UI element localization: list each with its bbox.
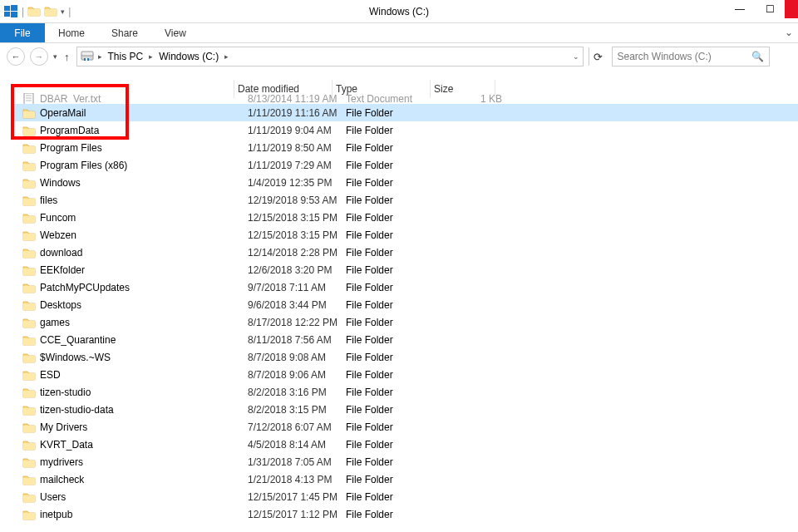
view-tab[interactable]: View — [151, 23, 200, 42]
address-dropdown-icon[interactable]: ⌄ — [573, 52, 579, 61]
home-tab[interactable]: Home — [45, 23, 98, 42]
file-name: files — [40, 195, 248, 206]
search-input[interactable]: Search Windows (C:) 🔍 — [612, 47, 770, 66]
file-date: 8/7/2018 9:08 AM — [248, 352, 346, 363]
new-folder-icon[interactable] — [44, 4, 59, 19]
file-name: OperaMail — [40, 107, 248, 119]
chevron-right-icon[interactable]: ▸ — [96, 52, 105, 61]
address-bar[interactable]: ▸ This PC ▸ Windows (C:) ▸ ⌄ — [76, 47, 584, 66]
file-name: Desktops — [40, 299, 248, 311]
minimize-button[interactable]: — — [725, 0, 755, 18]
file-row[interactable]: Program Files1/11/2019 8:50 AMFile Folde… — [13, 139, 798, 156]
file-name: games — [40, 317, 248, 328]
file-row[interactable]: My Drivers7/12/2018 6:07 AMFile Folder — [13, 418, 798, 436]
file-row[interactable]: inetpub12/15/2017 1:12 PMFile Folder — [13, 505, 798, 523]
file-type: File Folder — [346, 107, 444, 119]
navigation-bar: ← → ▾ ↑ ▸ This PC ▸ Windows (C:) ▸ ⌄ ⟳ S… — [0, 43, 798, 70]
file-name: inetpub — [40, 509, 248, 520]
file-date: 12/19/2018 9:53 AM — [248, 195, 346, 206]
qat-dropdown-icon[interactable]: ▾ — [61, 7, 65, 16]
file-row[interactable]: PatchMyPCUpdates9/7/2018 7:11 AMFile Fol… — [13, 278, 798, 296]
folder-icon — [22, 228, 37, 243]
file-row[interactable]: EEKfolder12/6/2018 3:20 PMFile Folder — [13, 261, 798, 278]
folder-icon — [22, 123, 37, 138]
file-date: 12/15/2017 1:12 PM — [248, 509, 346, 520]
file-name: ProgramData — [40, 125, 248, 136]
text-file-icon — [22, 93, 37, 104]
file-type: File Folder — [346, 456, 444, 468]
file-type: File Folder — [346, 160, 444, 171]
folder-icon — [22, 298, 37, 313]
folder-icon — [22, 507, 37, 522]
file-date: 8/13/2014 11:19 AM — [248, 93, 346, 104]
file-row[interactable]: $Windows.~WS8/7/2018 9:08 AMFile Folder — [13, 348, 798, 366]
navigation-pane[interactable] — [0, 70, 13, 532]
folder-icon — [22, 193, 37, 208]
file-list-pane[interactable]: Date modified Type Size DBAR_Ver.txt 8/1… — [13, 70, 798, 532]
file-name: tizen-studio-data — [40, 404, 248, 416]
up-button[interactable]: ↑ — [62, 51, 71, 63]
file-row[interactable]: OperaMail1/11/2019 11:16 AMFile Folder — [13, 104, 798, 121]
file-row[interactable]: Users12/15/2017 1:45 PMFile Folder — [13, 488, 798, 505]
file-name: EEKfolder — [40, 264, 248, 276]
file-name: My Drivers — [40, 421, 248, 433]
close-button[interactable] — [785, 0, 798, 18]
file-row-partial[interactable]: DBAR_Ver.txt 8/13/2014 11:19 AM Text Doc… — [13, 93, 798, 104]
file-name: DBAR_Ver.txt — [40, 93, 248, 104]
file-date: 4/5/2018 8:14 AM — [248, 439, 346, 451]
folder-icon — [22, 245, 37, 260]
file-row[interactable]: ProgramData1/11/2019 9:04 AMFile Folder — [13, 121, 798, 139]
search-icon: 🔍 — [751, 51, 764, 62]
breadcrumb-drive[interactable]: Windows (C:) — [157, 51, 220, 62]
file-row[interactable]: mydrivers1/31/2018 7:05 AMFile Folder — [13, 453, 798, 470]
file-date: 9/7/2018 7:11 AM — [248, 282, 346, 293]
share-tab[interactable]: Share — [98, 23, 151, 42]
window-controls: — ☐ — [725, 0, 798, 18]
file-row[interactable]: download12/14/2018 2:28 PMFile Folder — [13, 244, 798, 261]
properties-icon[interactable] — [27, 4, 42, 19]
file-row[interactable]: mailcheck1/21/2018 4:13 PMFile Folder — [13, 470, 798, 488]
folder-icon — [22, 437, 37, 452]
folder-icon — [22, 106, 37, 121]
file-type: File Folder — [346, 474, 444, 485]
folder-icon — [22, 367, 37, 382]
folder-icon — [22, 420, 37, 435]
chevron-right-icon[interactable]: ▸ — [146, 52, 155, 61]
file-tab[interactable]: File — [0, 23, 45, 42]
file-row[interactable]: Program Files (x86)1/11/2019 7:29 AMFile… — [13, 156, 798, 174]
file-row[interactable]: CCE_Quarantine8/11/2018 7:56 AMFile Fold… — [13, 331, 798, 348]
chevron-right-icon[interactable]: ▸ — [222, 52, 231, 61]
breadcrumb-this-pc[interactable]: This PC — [106, 51, 145, 62]
file-date: 1/31/2018 7:05 AM — [248, 456, 346, 468]
window-title: Windows (C:) — [369, 6, 429, 17]
file-type: File Folder — [346, 439, 444, 451]
file-row[interactable]: Windows1/4/2019 12:35 PMFile Folder — [13, 174, 798, 191]
file-row[interactable]: Webzen12/15/2018 3:15 PMFile Folder — [13, 226, 798, 244]
file-date: 8/7/2018 9:06 AM — [248, 369, 346, 381]
drive-icon — [81, 50, 94, 63]
refresh-button[interactable]: ⟳ — [589, 47, 607, 66]
file-row[interactable]: KVRT_Data4/5/2018 8:14 AMFile Folder — [13, 436, 798, 453]
ribbon-expand-icon[interactable]: ⌄ — [785, 27, 793, 38]
file-type: File Folder — [346, 421, 444, 433]
folder-icon — [22, 140, 37, 155]
file-date: 12/14/2018 2:28 PM — [248, 247, 346, 259]
file-row[interactable]: Desktops9/6/2018 3:44 PMFile Folder — [13, 296, 798, 313]
file-type: File Folder — [346, 125, 444, 136]
file-date: 8/17/2018 12:22 PM — [248, 317, 346, 328]
maximize-button[interactable]: ☐ — [755, 0, 785, 18]
forward-button[interactable]: → — [30, 47, 48, 66]
file-date: 1/11/2019 8:50 AM — [248, 142, 346, 154]
folder-icon — [22, 455, 37, 470]
file-row[interactable]: tizen-studio8/2/2018 3:16 PMFile Folder — [13, 383, 798, 401]
file-row[interactable]: tizen-studio-data8/2/2018 3:15 PMFile Fo… — [13, 401, 798, 418]
file-row[interactable]: ESD8/7/2018 9:06 AMFile Folder — [13, 366, 798, 383]
file-name: Program Files (x86) — [40, 160, 248, 171]
folder-icon — [22, 490, 37, 505]
file-row[interactable]: Funcom12/15/2018 3:15 PMFile Folder — [13, 209, 798, 226]
file-row[interactable]: games8/17/2018 12:22 PMFile Folder — [13, 313, 798, 331]
file-row[interactable]: files12/19/2018 9:53 AMFile Folder — [13, 191, 798, 209]
history-dropdown-icon[interactable]: ▾ — [53, 52, 57, 61]
back-button[interactable]: ← — [7, 47, 25, 66]
file-date: 1/21/2018 4:13 PM — [248, 474, 346, 485]
